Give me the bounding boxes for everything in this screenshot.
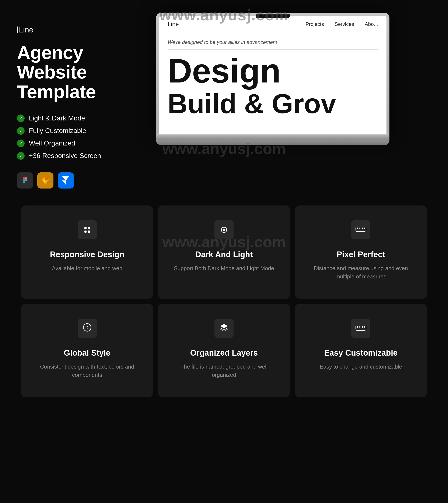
- feature-card-customizable: Easy Customizable Easy to change and cus…: [295, 304, 427, 397]
- svg-marker-10: [62, 176, 69, 180]
- card-icon-wrapper: [78, 220, 97, 239]
- card-desc: The file is named, grouped and well orga…: [171, 363, 277, 379]
- feature-card-responsive: Responsive Design Available for mobile a…: [21, 205, 153, 299]
- svg-rect-1: [25, 177, 27, 179]
- check-icon: [17, 114, 25, 122]
- list-item: +36 Responsive Screen: [17, 152, 119, 160]
- preview-tagline: We're designed to be your allies in adva…: [168, 39, 378, 50]
- laptop-notch: [256, 15, 290, 18]
- svg-marker-13: [87, 325, 88, 327]
- framer-icon: [58, 173, 74, 189]
- figma-icon: [17, 173, 33, 189]
- check-icon: [17, 140, 25, 147]
- card-desc: Distance and measure using and even mult…: [308, 264, 414, 281]
- laptop-mockup: Line Projects Services Abo... We're desi…: [156, 13, 389, 145]
- compass-icon: [83, 323, 92, 334]
- feature-card-layers: Organized Layers The file is named, grou…: [158, 304, 290, 397]
- preview-brand: Line: [168, 21, 179, 28]
- card-icon-wrapper: [78, 319, 97, 338]
- main-title: Agency Website Template: [17, 43, 119, 102]
- list-item: Fully Customizable: [17, 127, 119, 135]
- card-desc: Consistent design with text, colors and …: [34, 363, 140, 379]
- list-item: Well Organized: [17, 139, 119, 147]
- ruler-icon: [355, 228, 366, 232]
- card-desc: Easy to change and customizable: [320, 363, 402, 371]
- card-desc: Support Both Dark Mode and Light Mode: [174, 264, 274, 272]
- card-icon-wrapper: [351, 319, 370, 338]
- brand-logo: Line: [17, 25, 119, 34]
- laptop-screen: Line Projects Services Abo... We're desi…: [159, 16, 386, 134]
- sketch-icon: [37, 173, 53, 189]
- left-panel: Line Agency Website Template Light & Dar…: [17, 17, 119, 189]
- laptop-screen-wrapper: Line Projects Services Abo... We're desi…: [156, 13, 389, 134]
- preview-hero1: Design: [168, 54, 378, 88]
- features-section: Responsive Design Available for mobile a…: [0, 189, 448, 414]
- feature-text: Well Organized: [29, 139, 75, 147]
- feature-text: Fully Customizable: [29, 127, 86, 135]
- svg-rect-0: [23, 177, 25, 179]
- feature-text: Light & Dark Mode: [29, 114, 85, 122]
- layers-icon: [219, 323, 229, 333]
- feature-list: Light & Dark Mode Fully Customizable Wel…: [17, 114, 119, 160]
- svg-marker-11: [62, 180, 66, 185]
- top-section: Line Agency Website Template Light & Dar…: [0, 0, 448, 189]
- feature-card-global: Global Style Consistent design with text…: [21, 304, 153, 397]
- card-title: Organized Layers: [190, 348, 258, 358]
- preview-nav-links: Projects Services Abo...: [306, 21, 378, 27]
- card-title: Responsive Design: [50, 250, 124, 259]
- grid-icon: [84, 227, 90, 233]
- check-icon: [17, 127, 25, 135]
- svg-rect-2: [23, 179, 25, 181]
- feature-card-dark-light: Dark And Light Support Both Dark Mode an…: [158, 205, 290, 299]
- card-title: Dark And Light: [195, 250, 253, 259]
- feature-card-pixel: Pixel Perfect Distance and measure using…: [295, 205, 427, 299]
- tool-icons: [17, 173, 119, 189]
- laptop-base: [156, 134, 389, 140]
- nav-link-about[interactable]: Abo...: [365, 21, 378, 27]
- card-icon-wrapper: [214, 220, 234, 239]
- card-title: Easy Customizable: [324, 348, 398, 358]
- card-icon-wrapper: [214, 319, 234, 338]
- nav-link-projects[interactable]: Projects: [306, 21, 324, 27]
- website-preview: Line Projects Services Abo... We're desi…: [159, 16, 386, 122]
- nav-link-services[interactable]: Services: [335, 21, 354, 27]
- ruler2-icon: [355, 326, 366, 330]
- card-icon-wrapper: [351, 220, 370, 239]
- circle-icon: [221, 227, 227, 233]
- preview-nav: Line Projects Services Abo...: [159, 16, 386, 33]
- card-title: Global Style: [64, 348, 111, 358]
- svg-point-4: [25, 179, 27, 181]
- preview-content: We're designed to be your allies in adva…: [159, 33, 386, 122]
- card-desc: Available for mobile and web: [52, 264, 122, 272]
- svg-marker-14: [87, 327, 88, 330]
- check-icon: [17, 152, 25, 160]
- laptop-stand: [156, 140, 389, 145]
- preview-hero2: Build & Grov: [168, 90, 378, 117]
- feature-text: +36 Responsive Screen: [29, 152, 101, 160]
- list-item: Light & Dark Mode: [17, 114, 119, 122]
- brand-name: Line: [19, 25, 33, 34]
- svg-rect-3: [23, 181, 25, 183]
- right-panel: Line Projects Services Abo... We're desi…: [119, 13, 427, 189]
- card-title: Pixel Perfect: [337, 250, 385, 259]
